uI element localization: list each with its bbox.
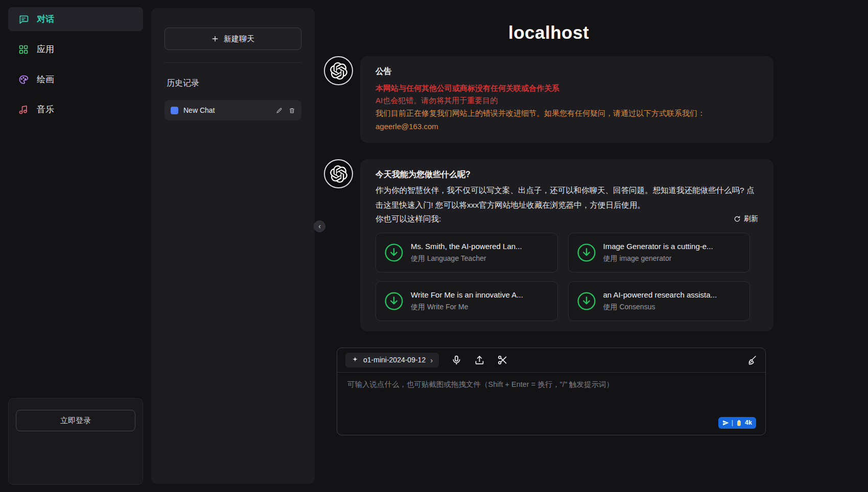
chat-main-area: localhost 公告 本网站与任何其他公司或商标没有任何关联或合作关系 AI… [315,0,868,492]
sparkle-icon [351,356,359,363]
ask-hint: 你也可以这样问我: [376,214,441,225]
music-note-icon [18,105,29,115]
announcement-line-1: 本网站与任何其他公司或商标没有任何关联或合作关系 [376,82,758,94]
screenshot-button[interactable] [497,355,508,365]
announcement-message: 公告 本网站与任何其他公司或商标没有任何关联或合作关系 AI也会犯错。请勿将其用… [324,56,773,143]
refresh-button[interactable]: 刷新 [734,214,758,224]
announcement-title: 公告 [376,66,758,77]
badge-divider: | [732,419,733,426]
login-button[interactable]: 立即登录 [16,410,135,431]
suggestion-title: an AI-powered research assista... [603,290,717,299]
plus-icon [212,35,219,42]
suggestion-card[interactable]: Ms. Smith, the AI-powered Lan... 使用 Lang… [376,233,558,273]
upload-file-button[interactable] [474,355,485,365]
delete-icon[interactable] [289,107,295,114]
openai-logo-icon [330,62,347,80]
refresh-icon [734,215,741,223]
circled-arrow-down-icon [384,243,404,262]
upload-icon [474,355,485,365]
broom-icon [746,355,757,365]
sidebar-item-label: 对话 [37,13,54,25]
chat-item-title: New Chat [183,106,271,114]
page-title: localhost [324,22,773,43]
new-chat-label: 新建聊天 [224,34,254,44]
chat-list-header: 新建聊天 [165,28,301,63]
sidebar-item-label: 绘画 [37,73,54,85]
chat-item-avatar [171,107,178,114]
suggestion-subtitle: 使用 Language Teacher [411,254,522,263]
welcome-body: 作为你的智慧伙伴，我不仅可以写文案、出点子，还可以和你聊天、回答问题。想知道我还… [376,183,758,212]
circled-arrow-down-icon [384,291,404,311]
send-icon [722,420,729,426]
model-selector[interactable]: o1-mini-2024-09-12 › [345,353,439,367]
composer-toolbar: o1-mini-2024-09-12 › [337,348,765,373]
suggestion-title: Image Generator is a cutting-e... [603,242,713,251]
circled-arrow-down-icon [577,291,596,311]
sidebar-item-label: 音乐 [37,104,54,115]
suggestion-card[interactable]: Image Generator is a cutting-e... 使用 ima… [568,233,750,273]
chevron-right-icon: › [430,356,433,364]
refresh-label: 刷新 [744,214,758,224]
suggestion-subtitle: 使用 Consensus [603,303,717,312]
voice-input-button[interactable] [451,355,462,365]
microphone-icon [451,355,462,365]
model-label: o1-mini-2024-09-12 [363,356,426,364]
suggestion-card[interactable]: Write For Me is an innovative A... 使用 Wr… [376,281,558,321]
announcement-card: 公告 本网站与任何其他公司或商标没有任何关联或合作关系 AI也会犯错。请勿将其用… [360,56,773,143]
sidebar: 对话 应用 绘画 音乐 立即登录 [0,0,151,492]
assistant-avatar [324,159,353,188]
message-input[interactable] [347,380,755,415]
scissors-icon [497,355,508,365]
sidebar-item-chat[interactable]: 对话 [8,7,143,31]
token-count: 4k [745,419,752,426]
openai-logo-icon [330,165,347,183]
new-chat-button[interactable]: 新建聊天 [165,28,301,50]
suggestion-grid: Ms. Smith, the AI-powered Lan... 使用 Lang… [376,233,758,321]
chat-item-actions [276,107,295,114]
welcome-title: 今天我能为您做些什么呢? [376,169,758,180]
palette-icon [18,75,29,85]
welcome-message: 今天我能为您做些什么呢? 作为你的智慧伙伴，我不仅可以写文案、出点子，还可以和你… [324,159,773,331]
circled-arrow-down-icon [577,243,596,262]
suggestion-card[interactable]: an AI-powered research assista... 使用 Con… [568,281,750,321]
suggestion-title: Ms. Smith, the AI-powered Lan... [411,242,522,251]
chat-list-panel: 新建聊天 历史记录 New Chat [151,8,315,484]
apps-grid-icon [18,44,29,55]
sidebar-item-apps[interactable]: 应用 [8,37,143,61]
sidebar-bottom-panel: 立即登录 [8,398,143,485]
sidebar-item-drawing[interactable]: 绘画 [8,67,143,91]
collapse-panel-handle[interactable]: ‹ [314,220,325,232]
send-token-badge[interactable]: | 4k [718,417,756,429]
edit-icon[interactable] [276,107,283,114]
composer-body: | 4k [337,373,765,435]
announcement-line-2: AI也会犯错。请勿将其用于重要目的 [376,94,758,107]
sidebar-item-label: 应用 [37,43,54,55]
suggestion-subtitle: 使用 image generator [603,254,713,263]
contact-email-link[interactable]: ageerle@163.com [376,120,438,133]
suggestion-subtitle: 使用 Write For Me [411,303,523,312]
sidebar-item-music[interactable]: 音乐 [8,97,143,121]
clear-context-button[interactable] [746,355,757,365]
announcement-line-3: 我们目前正在修复我们网站上的错误并改进细节。如果您有任何疑问，请通过以下方式联系… [376,107,758,119]
history-title: 历史记录 [167,78,301,89]
chat-list-item[interactable]: New Chat [165,100,301,120]
welcome-card: 今天我能为您做些什么呢? 作为你的智慧伙伴，我不仅可以写文案、出点子，还可以和你… [360,159,773,331]
chat-bubble-icon [18,14,29,24]
composer: o1-mini-2024-09-12 › [337,348,766,435]
assistant-avatar [324,56,353,85]
suggestion-title: Write For Me is an innovative A... [411,290,523,299]
app-window: 对话 应用 绘画 音乐 立即登录 新建聊天 [0,0,868,492]
battery-icon [736,420,742,426]
